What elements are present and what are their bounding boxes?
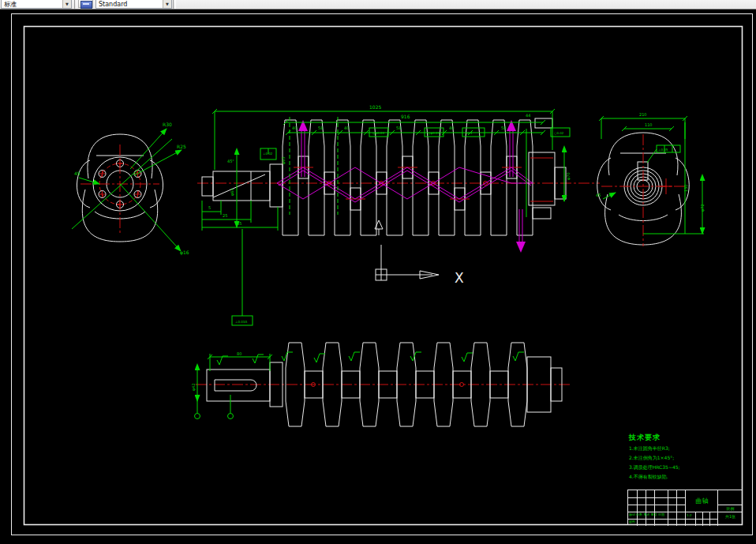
dim-label: 58 — [396, 126, 401, 130]
dim-label: ⌖0.1 — [466, 131, 473, 135]
dim-label: ○0.02 — [554, 131, 564, 135]
dim-label: φ42 — [191, 383, 196, 391]
dim-label: 44 — [526, 113, 530, 118]
note-line: 2.未注倒角为1×45°; — [629, 455, 680, 462]
dim-style-manager-icon — [80, 1, 92, 9]
dim-label: 58 — [501, 126, 506, 130]
toolbar-separator-2 — [173, 0, 176, 9]
dim-label: 210 — [639, 112, 647, 117]
ucs-x-label: X — [455, 270, 464, 286]
roughness-symbols — [217, 352, 524, 365]
dim-label: 40 — [344, 126, 349, 130]
main-view-dimensions — [202, 109, 570, 325]
dim-label: R30 — [163, 122, 172, 127]
dim-label: φ16 — [180, 249, 189, 256]
toolbar: 标准 ▼ Standard ▼ — [0, 0, 756, 9]
left-view-dimensions — [72, 129, 182, 251]
dim-label: ⊥0.03A — [235, 320, 247, 324]
text-style-combo-value: Standard — [99, 1, 127, 8]
dim-label: φ65 — [281, 156, 286, 164]
note-line: 1.未注圆角半径R3; — [629, 445, 680, 452]
combo-dropdown-icon[interactable]: ▼ — [62, 0, 71, 8]
dim-label: 58 — [318, 126, 323, 130]
dim-label: φ70 — [566, 172, 571, 180]
dim-label: 80 — [237, 351, 241, 356]
right-end-view — [597, 116, 704, 246]
dim-label: ◎φ0.03 — [428, 131, 440, 135]
scale-value: 1:2 — [687, 513, 694, 519]
note-line: 4.不得有裂纹缺陷. — [629, 474, 680, 481]
dim-label: φ60 — [230, 188, 235, 196]
scale-label: 比例 — [719, 506, 742, 512]
signature-row-labels: 标记 处数 更改 签字 日期 — [629, 512, 684, 518]
notes-title: 技术要求 — [629, 433, 680, 443]
title-block: 曲轴 比例 共1张 标记 处数 更改 签字 日期 材料 1:2 — [627, 490, 743, 525]
throw-diagram — [277, 120, 533, 253]
dim-style-combo[interactable]: 标准 ▼ — [1, 0, 72, 9]
ucs-icon: X — [376, 245, 464, 286]
dim-label: φ72 — [700, 204, 705, 212]
dim-label: ⊥0.02 — [263, 152, 273, 156]
dimension-labels: 45R30R25φ1610259164058405840584445°φ60φ6… — [74, 104, 705, 391]
dim-label: 40 — [449, 126, 454, 130]
drawing-canvas[interactable]: X — [0, 0, 756, 544]
technical-notes: 技术要求 1.未注圆角半径R3; 2.未注倒角为1×45°; 3.调质处理HRC… — [629, 433, 680, 481]
sheet-label: 共1张 — [719, 514, 742, 520]
dim-style-manager-button[interactable] — [78, 0, 93, 8]
shaft-nose-section — [202, 164, 283, 207]
material-label: 材料 — [629, 520, 653, 525]
dim-label: 150 — [683, 184, 688, 192]
main-view — [197, 109, 600, 325]
part-name: 曲轴 — [687, 497, 717, 508]
combo-dropdown-icon-2[interactable]: ▼ — [163, 0, 171, 8]
dim-label: 40 — [292, 126, 297, 130]
bottom-view-dimensions — [195, 352, 525, 419]
dim-label: 916 — [401, 114, 410, 119]
dim-label: 45 — [74, 171, 80, 176]
left-end-view — [72, 129, 182, 251]
dim-label: R25 — [177, 144, 186, 149]
dim-label: 45° — [227, 159, 234, 163]
text-style-combo[interactable]: Standard ▼ — [95, 0, 172, 9]
dim-label: 1025 — [369, 104, 381, 110]
application-window: 标准 ▼ Standard ▼ — [0, 0, 756, 544]
dim-label: 5 — [208, 205, 211, 210]
dim-label: ◎φ0.03 — [372, 131, 384, 135]
note-line: 3.调质处理HRC35~45; — [629, 464, 680, 471]
dim-label: 85 — [237, 221, 241, 226]
dim-style-combo-value: 标准 — [4, 1, 17, 8]
bottom-view — [195, 343, 572, 426]
dim-label: 45 — [596, 193, 601, 197]
toolbar-separator — [74, 0, 77, 9]
dim-label: 110 — [645, 122, 653, 127]
dim-label: ⊥0.05 — [658, 148, 668, 152]
dim-label: 25 — [223, 213, 227, 218]
